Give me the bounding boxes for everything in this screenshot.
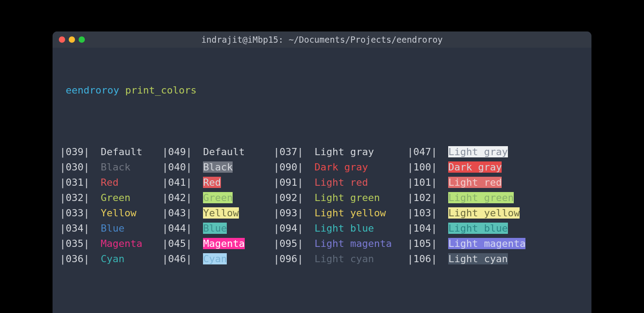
color-name: Light magenta (309, 236, 407, 251)
traffic-lights (59, 36, 85, 43)
color-code: |095| (273, 236, 309, 251)
color-code: |032| (60, 190, 95, 206)
color-code: |092| (273, 190, 309, 206)
color-name: Light blue (442, 221, 584, 236)
minimize-icon[interactable] (69, 36, 75, 43)
color-name: Light cyan (309, 251, 407, 267)
color-name: Red (95, 175, 162, 190)
color-code: |030| (60, 160, 95, 175)
color-name: Dark gray (309, 160, 407, 175)
color-code: |039| (60, 144, 95, 160)
color-name: Default (197, 144, 273, 160)
color-grid: |039| Default|049| Default|037| Light gr… (60, 144, 584, 267)
color-code: |041| (162, 175, 197, 190)
color-name: Black (95, 160, 162, 175)
color-name: Cyan (197, 251, 273, 267)
color-code: |104| (407, 221, 442, 236)
prompt-user: eendroroy (66, 85, 119, 96)
color-code: |037| (273, 144, 309, 160)
prompt-line-1: eendroroy print_colors (60, 83, 584, 98)
color-name: Black (197, 160, 273, 175)
color-name: Light green (309, 190, 407, 206)
titlebar[interactable]: indrajit@iMbp15: ~/Documents/Projects/ee… (53, 31, 591, 48)
color-code: |046| (162, 251, 197, 267)
color-code: |094| (273, 221, 309, 236)
color-code: |103| (407, 206, 442, 221)
color-code: |090| (273, 160, 309, 175)
color-code: |031| (60, 175, 95, 190)
color-code: |035| (60, 236, 95, 251)
color-name: Yellow (95, 206, 162, 221)
color-name: Light red (442, 175, 584, 190)
color-code: |105| (407, 236, 442, 251)
color-code: |047| (407, 144, 442, 160)
color-code: |033| (60, 206, 95, 221)
color-name: Light gray (442, 144, 584, 160)
color-code: |091| (273, 175, 309, 190)
terminal-window: indrajit@iMbp15: ~/Documents/Projects/ee… (53, 31, 591, 313)
color-code: |096| (273, 251, 309, 267)
color-name: Green (197, 190, 273, 206)
color-name: Light blue (309, 221, 407, 236)
color-name: Light gray (309, 144, 407, 160)
color-name: Light green (442, 190, 584, 206)
color-code: |100| (407, 160, 442, 175)
color-name: Blue (197, 221, 273, 236)
color-name: Light red (309, 175, 407, 190)
color-code: |049| (162, 144, 197, 160)
color-name: Light magenta (442, 236, 584, 251)
color-name: Green (95, 190, 162, 206)
color-name: Yellow (197, 206, 273, 221)
color-name: Magenta (197, 236, 273, 251)
color-code: |045| (162, 236, 197, 251)
color-name: Dark gray (442, 160, 584, 175)
color-name: Cyan (95, 251, 162, 267)
color-code: |101| (407, 175, 442, 190)
color-name: Blue (95, 221, 162, 236)
color-code: |042| (162, 190, 197, 206)
color-code: |102| (407, 190, 442, 206)
color-code: |093| (273, 206, 309, 221)
color-name: Light yellow (309, 206, 407, 221)
color-code: |106| (407, 251, 442, 267)
window-title: indrajit@iMbp15: ~/Documents/Projects/ee… (53, 35, 591, 45)
zoom-icon[interactable] (79, 36, 85, 43)
color-name: Default (95, 144, 162, 160)
color-name: Light cyan (442, 251, 584, 267)
color-code: |036| (60, 251, 95, 267)
close-icon[interactable] (59, 36, 65, 43)
color-code: |043| (162, 206, 197, 221)
color-name: Light yellow (442, 206, 584, 221)
color-code: |040| (162, 160, 197, 175)
prompt-command: print_colors (125, 85, 197, 96)
color-code: |044| (162, 221, 197, 236)
color-name: Red (197, 175, 273, 190)
color-name: Magenta (95, 236, 162, 251)
terminal-body[interactable]: eendroroy print_colors |039| Default|049… (53, 48, 591, 313)
color-code: |034| (60, 221, 95, 236)
